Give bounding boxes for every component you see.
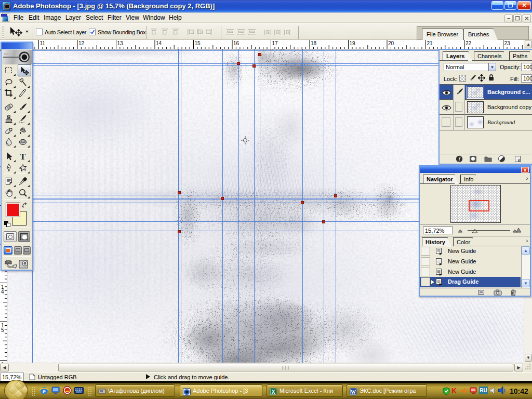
svg-text:11: 11: [40, 41, 46, 46]
svg-text:W: W: [351, 389, 356, 395]
svg-text:16: 16: [233, 41, 240, 46]
svg-text:22: 22: [466, 41, 472, 46]
svg-text:T: T: [20, 152, 26, 161]
svg-text:K: K: [451, 387, 457, 395]
svg-text:17: 17: [272, 41, 278, 46]
svg-text:20: 20: [388, 41, 394, 46]
svg-text:12: 12: [78, 41, 85, 46]
svg-text:5: 5: [1, 327, 4, 333]
svg-text:13: 13: [117, 41, 124, 46]
svg-text:19: 19: [350, 41, 356, 46]
svg-text:14: 14: [156, 41, 162, 46]
svg-text:23: 23: [504, 41, 511, 46]
svg-text:18: 18: [311, 41, 317, 46]
svg-text:21: 21: [427, 41, 433, 46]
svg-text:15: 15: [195, 41, 201, 46]
svg-text:X: X: [272, 389, 275, 395]
svg-text:4: 4: [1, 289, 4, 295]
